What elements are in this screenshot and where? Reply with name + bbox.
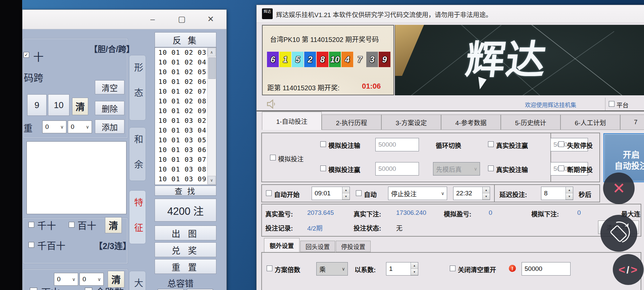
real-win-checkbox[interactable]: [488, 141, 494, 147]
fanji-list[interactable]: 10 01 02 03 10 01 02 04 10 01 02 05 10 0…: [155, 47, 216, 185]
tab-auto-bet[interactable]: 1-自动投注: [262, 112, 322, 130]
fail-stop-checkbox[interactable]: [558, 141, 564, 147]
clear-short-button[interactable]: 清: [72, 98, 88, 115]
close-icon[interactable]: ✕: [204, 14, 217, 24]
ten-checkbox[interactable]: ✓: [23, 52, 29, 58]
qianbaishi-checkbox[interactable]: [29, 242, 34, 248]
lottery-ball: 2: [304, 52, 316, 67]
delete-button[interactable]: 删除: [95, 101, 124, 115]
reset-button[interactable]: 重 置: [155, 259, 216, 274]
subtab-back-settings[interactable]: 回头设置: [300, 241, 335, 252]
qianshi-checkbox[interactable]: [29, 222, 34, 228]
list-item[interactable]: 10 01 02 05: [155, 67, 216, 77]
spin-up-icon[interactable]: ▲: [483, 187, 490, 193]
sim-lose-label: 模拟投注输: [328, 141, 360, 150]
factor-spinner[interactable]: 1 ▲ ▼: [386, 262, 418, 276]
redeem-button[interactable]: 兑 奖: [155, 242, 216, 257]
subtab-stop-settings[interactable]: 停投设置: [336, 241, 371, 252]
stop-action-dropdown[interactable]: 停止投注 ∨: [388, 187, 447, 200]
sim-bet-checkbox[interactable]: [270, 155, 276, 160]
sim-lose-checkbox[interactable]: [320, 141, 326, 147]
baishi-checkbox[interactable]: [69, 222, 74, 228]
subtab-extra-settings[interactable]: 额外设置: [264, 238, 300, 252]
break-stop-checkbox[interactable]: [558, 165, 564, 171]
side-tab-da[interactable]: 大: [130, 278, 146, 290]
list-item[interactable]: 10 01 03 06: [155, 145, 216, 155]
spin-down-icon[interactable]: ▼: [342, 193, 350, 200]
multiply-dropdown[interactable]: 乘 ∨: [316, 262, 348, 276]
spin-down-icon[interactable]: ▼: [566, 193, 573, 200]
tab-history-stats[interactable]: 5-历史统计: [501, 114, 560, 130]
stop-time-spinner[interactable]: 22:32 ▲ ▼: [453, 187, 490, 200]
platform-checkbox[interactable]: [609, 101, 614, 107]
xiashan-checkbox[interactable]: [30, 288, 37, 290]
sim-win-input[interactable]: 50000: [375, 162, 419, 176]
tab-history-exec[interactable]: 2-执行历程: [322, 114, 381, 130]
fanji-scrollbar[interactable]: ∧ ∨: [207, 48, 216, 184]
list-item[interactable]: 10 01 02 08: [155, 96, 216, 106]
export-chart-button[interactable]: 出 图: [155, 226, 216, 240]
auto-checkbox[interactable]: [356, 190, 362, 196]
scrollbar-thumb[interactable]: [208, 57, 216, 79]
spin-up-icon[interactable]: ▲: [411, 262, 418, 269]
spin-down-icon[interactable]: ▼: [483, 193, 490, 200]
route-dropdown-2[interactable]: 0 ∨: [79, 273, 104, 286]
mode-dropdown[interactable]: 先模后真 ∨: [433, 162, 480, 176]
auto-start-checkbox[interactable]: [266, 190, 272, 196]
bet-count-button[interactable]: 4200 注: [155, 199, 216, 222]
spin-up-icon[interactable]: ▲: [342, 187, 350, 193]
overlay-close-button[interactable]: ✕: [603, 173, 635, 204]
list-item[interactable]: 10 01 02 07: [155, 87, 216, 96]
number-10-button[interactable]: 10: [48, 94, 69, 116]
restart-amount-input[interactable]: 50000: [522, 262, 571, 276]
weight-dropdown-2[interactable]: 0 ∨: [68, 120, 92, 133]
quanlushu-checkbox[interactable]: [85, 288, 92, 290]
add-button[interactable]: 添加: [95, 119, 124, 134]
sim-win-checkbox[interactable]: [320, 165, 326, 171]
span-mode-label: 码跨: [24, 70, 43, 84]
list-item[interactable]: 10 01 02 06: [155, 77, 216, 87]
tab-ref-data[interactable]: 4-参考数据: [441, 114, 501, 130]
list-item[interactable]: 10 01 03 04: [155, 126, 216, 135]
clear-all-button[interactable]: 清空: [95, 80, 124, 94]
list-item[interactable]: 10 01 02 03: [155, 48, 216, 57]
list-item[interactable]: 10 01 02 09: [155, 106, 216, 116]
fanji-header-button[interactable]: 反 集: [155, 32, 216, 47]
list-item[interactable]: 10 01 03 02: [155, 116, 216, 126]
tab-plan-setup[interactable]: 3-方案设定: [381, 114, 441, 130]
welcome-marquee[interactable]: 欢迎使用辉达挂机集: [525, 100, 576, 109]
list-item[interactable]: 10 01 03 05: [155, 135, 216, 145]
list-item[interactable]: 10 01 03 08: [155, 164, 216, 174]
plan-multiplier-checkbox[interactable]: [267, 265, 272, 271]
number-9-button[interactable]: 9: [27, 94, 47, 116]
list-item[interactable]: 10 01 03 07: [155, 155, 216, 164]
overlay-rotate-button[interactable]: [600, 215, 637, 252]
start-time-spinner[interactable]: 09:01 ▲ ▼: [312, 187, 350, 200]
delay-spinner[interactable]: 8 ▲ ▼: [541, 187, 573, 200]
tab-7[interactable]: 7: [620, 114, 644, 130]
position-clear-button[interactable]: 清: [105, 217, 122, 233]
qianshi-label: 千十: [37, 219, 56, 232]
spin-up-icon[interactable]: ▲: [566, 187, 573, 193]
side-tab-heyu[interactable]: 和余: [130, 135, 146, 185]
close-clear-restart-checkbox[interactable]: [450, 265, 455, 271]
find-button[interactable]: 查 找: [155, 186, 216, 196]
maximize-icon[interactable]: ▢: [175, 14, 189, 24]
list-item[interactable]: 10 01 03 09: [155, 174, 216, 184]
spin-down-icon[interactable]: ▼: [411, 269, 418, 275]
minimize-icon[interactable]: –: [146, 14, 159, 24]
tab-manual-plan[interactable]: 6-人工计划: [560, 114, 620, 130]
scroll-down-icon[interactable]: ∨: [208, 176, 216, 184]
sim-lose-input[interactable]: 50000: [375, 138, 419, 151]
scroll-up-icon[interactable]: ∧: [208, 48, 216, 56]
side-tab-tezheng[interactable]: 特征: [130, 198, 146, 248]
route-dropdown-1[interactable]: 0 ∨: [54, 273, 78, 286]
selection-listbox[interactable]: [26, 141, 126, 214]
speaker-icon[interactable]: [265, 98, 278, 110]
side-tab-xingtai[interactable]: 形态: [130, 63, 146, 113]
lottery-ball: 5: [292, 52, 304, 67]
real-lose-checkbox[interactable]: [488, 165, 494, 171]
weight-dropdown-1[interactable]: 0 ∨: [42, 120, 66, 133]
overlay-code-button[interactable]: </>: [613, 254, 644, 285]
list-item[interactable]: 10 01 02 04: [155, 57, 216, 67]
